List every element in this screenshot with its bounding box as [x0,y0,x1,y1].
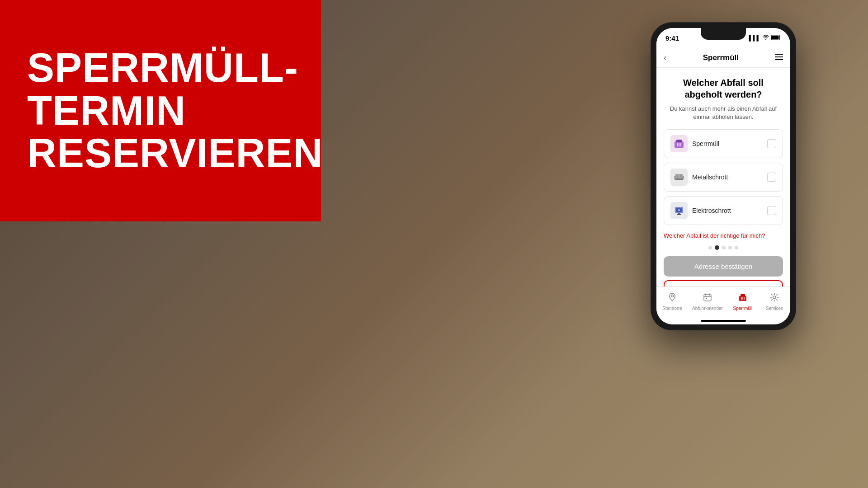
home-indicator-area [656,318,790,324]
waste-option-sperrmuell[interactable]: Sperrmüll [664,129,783,158]
standorte-icon [667,292,677,305]
svg-point-17 [671,295,674,297]
back-button[interactable]: ‹ [664,52,667,63]
headline-panel: SPERRMÜLL- TERMIN RESERVIEREN [0,0,321,221]
phone-mockup: 9:41 ▌▌▌ [651,23,796,330]
menu-button[interactable] [775,53,783,62]
waste-option-elektroschrott[interactable]: Elektroschrott [664,196,783,225]
sperrmuell-icon [670,135,688,152]
elektroschrott-icon [670,202,688,219]
home-indicator [701,320,746,322]
nav-bar: ‹ Sperrmüll [656,48,790,68]
services-label: Services [766,306,783,311]
nav-title: Sperrmüll [703,53,739,62]
elektroschrott-label: Elektroschrott [692,207,731,214]
sperrmuell-checkbox[interactable] [767,139,776,148]
services-icon [769,292,779,305]
battery-icon [771,35,781,42]
abfuhrkalender-icon [703,292,712,305]
cancel-button[interactable]: Abbrechen [664,280,783,286]
dot-4 [728,246,732,249]
progress-dots [664,245,783,250]
svg-point-9 [675,174,678,177]
info-link[interactable]: Welcher Abfall ist der richtige für mich… [664,232,783,239]
tab-bar: Standorte Abfuhrkalender [656,286,790,318]
status-bar: 9:41 ▌▌▌ [656,28,790,48]
svg-point-10 [680,174,683,177]
phone-screen: 9:41 ▌▌▌ [656,28,790,324]
svg-rect-3 [676,140,682,142]
dot-5 [735,246,738,249]
svg-rect-21 [741,294,745,296]
svg-rect-15 [677,214,681,215]
elektroschrott-checkbox[interactable] [767,206,776,215]
wifi-icon [763,35,769,42]
svg-rect-19 [706,298,707,299]
metallschrott-checkbox[interactable] [767,173,776,182]
dot-2 [715,245,719,250]
status-time: 9:41 [665,34,679,42]
metallschrott-icon [670,169,688,186]
svg-rect-18 [704,295,711,301]
metallschrott-label: Metallschrott [692,174,728,181]
confirm-button[interactable]: Adresse bestätigen [664,256,783,277]
tab-standorte[interactable]: Standorte [660,292,684,311]
status-icons: ▌▌▌ [749,35,781,42]
sperrmuell-tab-icon [738,292,748,305]
question-title: Welcher Abfall soll abgeholt werden? [664,77,783,100]
sperrmuell-label: Sperrmüll [692,140,719,147]
phone-frame: 9:41 ▌▌▌ [651,23,796,330]
notch [701,28,746,40]
dot-1 [708,246,712,249]
signal-icon: ▌▌▌ [749,35,760,41]
tab-services[interactable]: Services [763,292,786,311]
headline-text: SPERRMÜLL- TERMIN RESERVIEREN [27,47,323,175]
svg-point-16 [678,209,680,211]
content-area: Welcher Abfall soll abgeholt werden? Du … [656,68,790,286]
sperrmuell-tab-label: Sperrmüll [733,306,753,311]
abfuhrkalender-label: Abfuhrkalender [692,306,723,311]
tab-abfuhrkalender[interactable]: Abfuhrkalender [692,292,723,311]
tab-sperrmuell-active[interactable]: Sperrmüll [731,292,755,311]
dot-3 [722,246,726,249]
svg-point-25 [773,296,776,299]
waste-option-metallschrott[interactable]: Metallschrott [664,163,783,192]
svg-rect-11 [675,178,683,180]
svg-rect-1 [772,35,779,39]
question-subtitle: Du kannst auch mehr als einen Abfall auf… [664,105,783,121]
standorte-label: Standorte [662,306,682,311]
